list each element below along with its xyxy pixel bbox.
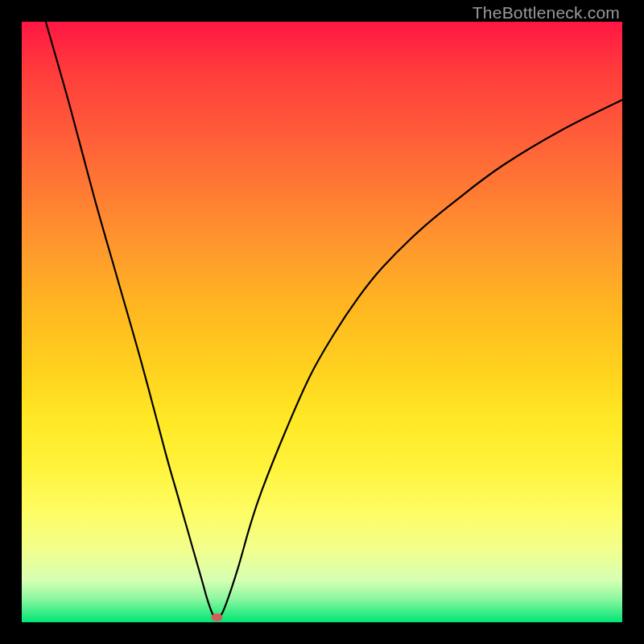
attribution-text: TheBottleneck.com <box>473 3 620 23</box>
bottleneck-curve <box>46 22 622 618</box>
chart-container: TheBottleneck.com <box>0 0 644 644</box>
chart-svg <box>22 22 622 622</box>
optimal-point-marker <box>211 613 222 621</box>
plot-area <box>22 22 622 622</box>
